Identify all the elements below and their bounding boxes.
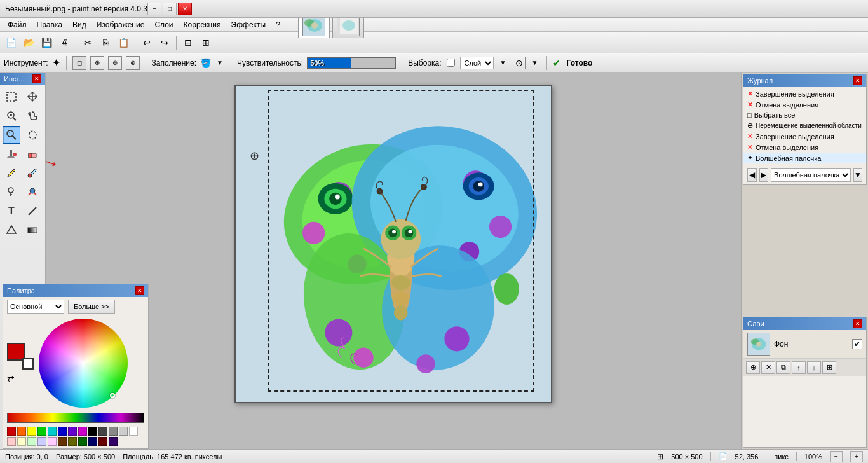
color-wheel[interactable] xyxy=(39,319,128,408)
palette-mode-select[interactable]: Основной xyxy=(7,300,64,314)
layer-select[interactable]: Слой xyxy=(460,57,494,69)
tool-text[interactable]: T xyxy=(3,202,20,220)
sel-replace[interactable]: ◻ xyxy=(72,56,86,70)
layers-close-btn[interactable]: ✕ xyxy=(853,319,862,328)
swatch-yellow[interactable] xyxy=(27,427,36,436)
tool-shapes[interactable] xyxy=(3,221,20,239)
tool-pencil[interactable] xyxy=(3,164,20,182)
sel-add[interactable]: ⊕ xyxy=(90,56,104,70)
print-button[interactable]: 🖨 xyxy=(56,34,72,51)
palette-close-btn[interactable]: ✕ xyxy=(135,286,144,295)
swatch-darkgray[interactable] xyxy=(98,427,107,436)
new-button[interactable]: 📄 xyxy=(3,34,19,51)
menu-help[interactable]: ? xyxy=(271,19,285,31)
selection-mode-btn[interactable]: ⊙ xyxy=(513,57,526,69)
menu-layers[interactable]: Слои xyxy=(149,19,178,31)
secondary-color-swatch[interactable] xyxy=(22,358,34,370)
journal-back-btn[interactable]: ◀ xyxy=(747,168,757,182)
maximize-button[interactable]: □ xyxy=(163,3,177,15)
swatch-teal[interactable] xyxy=(48,427,57,436)
swatch-olive[interactable] xyxy=(68,437,77,446)
journal-option-btn[interactable]: ▼ xyxy=(853,168,862,182)
tool-recolor[interactable] xyxy=(24,183,41,201)
selection-option-btn[interactable]: ▼ xyxy=(529,57,541,69)
swatch-lightblue[interactable] xyxy=(37,437,46,446)
tool-gradient[interactable] xyxy=(24,221,41,239)
journal-item-7[interactable]: ✦ Волшебная палочка xyxy=(743,153,866,163)
journal-item-4[interactable]: ⊕ Перемещение выделенной области xyxy=(743,120,866,131)
canvas-wrapper[interactable]: ⊕ xyxy=(234,85,552,403)
swatch-lightpink[interactable] xyxy=(7,437,16,446)
swatch-purple[interactable] xyxy=(68,427,77,436)
swatch-red[interactable] xyxy=(7,427,16,436)
zoom-out-btn[interactable]: − xyxy=(830,451,843,462)
menu-image[interactable]: Изображение xyxy=(92,19,150,31)
swatch-magenta[interactable] xyxy=(78,427,87,436)
tool-clone-stamp[interactable] xyxy=(3,183,20,201)
save-button[interactable]: 💾 xyxy=(38,34,55,51)
layers-merge-btn[interactable]: ⊞ xyxy=(822,361,836,374)
menu-file[interactable]: Файл xyxy=(3,19,32,31)
redo-button[interactable]: ↪ xyxy=(156,34,173,51)
tool-freehand-select[interactable] xyxy=(24,126,41,144)
swatch-white[interactable] xyxy=(129,427,138,436)
swap-colors-btn[interactable]: ⇄ xyxy=(7,373,15,384)
swatch-maroon[interactable] xyxy=(98,437,107,446)
swatch-blue[interactable] xyxy=(58,427,67,436)
color-strip[interactable] xyxy=(7,413,144,423)
swatch-darkpurple[interactable] xyxy=(109,437,118,446)
swatch-lime[interactable] xyxy=(37,427,46,436)
layers-delete-btn[interactable]: ✕ xyxy=(761,361,775,374)
paste-button[interactable]: 📋 xyxy=(115,34,132,51)
layers-add-btn[interactable]: ⊕ xyxy=(746,361,760,374)
swatch-gray[interactable] xyxy=(109,427,118,436)
tool-pan[interactable] xyxy=(24,107,41,125)
crop-button[interactable]: ⊟ xyxy=(180,34,196,51)
menu-correction[interactable]: Коррекция xyxy=(179,19,226,31)
layer-item-1[interactable]: Фон ✔ xyxy=(743,330,866,359)
swatch-orange[interactable] xyxy=(17,427,26,436)
journal-item-2[interactable]: ✕ Отмена выделения xyxy=(743,99,866,110)
journal-item-1[interactable]: ✕ Завершение выделения xyxy=(743,88,866,99)
tool-magic-wand[interactable] xyxy=(3,126,20,144)
fill-dropdown[interactable]: ▼ xyxy=(215,56,225,70)
swatch-lightgreen[interactable] xyxy=(27,437,36,446)
selection-checkbox[interactable] xyxy=(447,59,455,67)
menu-view[interactable]: Вид xyxy=(67,19,92,31)
swatch-silver[interactable] xyxy=(119,427,128,436)
layers-down-btn[interactable]: ↓ xyxy=(807,361,821,374)
journal-item-5[interactable]: ✕ Завершение выделения xyxy=(743,131,866,142)
tool-color-picker[interactable] xyxy=(24,164,41,182)
swatch-navy[interactable] xyxy=(88,437,97,446)
swatch-brown[interactable] xyxy=(58,437,67,446)
journal-item-6[interactable]: ✕ Отмена выделения xyxy=(743,142,866,153)
sensitivity-bar[interactable]: 50% xyxy=(307,57,396,69)
swatch-darkgreen[interactable] xyxy=(78,437,87,446)
journal-filter-select[interactable]: Волшебная палочка xyxy=(771,168,851,182)
layer-visibility-1[interactable]: ✔ xyxy=(852,339,862,349)
journal-item-3[interactable]: □ Выбрать все xyxy=(743,110,866,120)
toolbox-close-btn[interactable]: ✕ xyxy=(32,74,41,83)
layers-up-btn[interactable]: ↑ xyxy=(792,361,806,374)
palette-more-btn[interactable]: Больше >> xyxy=(68,300,115,314)
open-button[interactable]: 📂 xyxy=(20,34,37,51)
swatch-black[interactable] xyxy=(88,427,97,436)
undo-button[interactable]: ↩ xyxy=(139,34,155,51)
resize-button[interactable]: ⊞ xyxy=(198,34,214,51)
copy-button[interactable]: ⎘ xyxy=(97,34,114,51)
minimize-button[interactable]: − xyxy=(147,3,161,15)
swatch-lightyellow[interactable] xyxy=(17,437,26,446)
tool-eraser[interactable] xyxy=(24,145,41,163)
close-button[interactable]: ✕ xyxy=(178,3,192,15)
sel-subtract[interactable]: ⊖ xyxy=(108,56,122,70)
tool-line[interactable] xyxy=(24,202,41,220)
menu-edit[interactable]: Правка xyxy=(32,19,68,31)
swatch-lightpurple[interactable] xyxy=(48,437,57,446)
tool-paintbucket[interactable] xyxy=(3,145,20,163)
tool-select-move[interactable] xyxy=(24,88,41,106)
tool-zoom[interactable] xyxy=(3,107,20,125)
canvas-area[interactable]: → ⊕ xyxy=(46,73,741,449)
zoom-in-btn[interactable]: + xyxy=(850,451,863,462)
tool-select-rectangle[interactable] xyxy=(3,88,20,106)
layer-dropdown-btn[interactable]: ▼ xyxy=(498,57,509,69)
